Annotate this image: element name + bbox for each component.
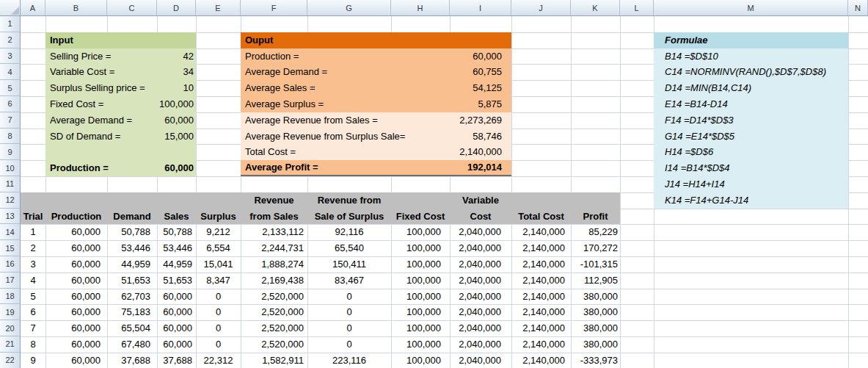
column-header-M[interactable]: M xyxy=(654,0,848,16)
output-label[interactable]: Average Revenue from Sales = xyxy=(241,112,378,129)
table-cell[interactable]: 1,888,274 xyxy=(241,256,307,273)
input-label[interactable]: Fixed Cost = xyxy=(45,96,103,112)
table-cell[interactable]: 2,140,000 xyxy=(511,320,571,336)
table-cell[interactable]: 2,520,000 xyxy=(241,289,307,305)
table-cell[interactable]: 2,040,000 xyxy=(450,336,511,353)
table-cell[interactable]: 380,000 xyxy=(571,304,620,320)
table-cell[interactable]: 62,703 xyxy=(107,289,157,305)
table-cell[interactable]: 2,040,000 xyxy=(450,353,511,368)
table-cell[interactable]: 4 xyxy=(21,273,45,289)
column-header-B[interactable]: B xyxy=(45,0,107,16)
table-header-cell[interactable]: Profit xyxy=(571,209,620,225)
table-cell[interactable]: 2,040,000 xyxy=(450,224,511,240)
table-cell[interactable]: 37,688 xyxy=(157,353,196,368)
input-value[interactable]: 60,000 xyxy=(164,112,196,129)
row-header-10[interactable]: 10 xyxy=(0,160,21,176)
row-header-4[interactable]: 4 xyxy=(0,64,21,80)
table-cell[interactable]: 53,446 xyxy=(107,240,157,256)
table-cell[interactable]: 150,411 xyxy=(307,256,391,273)
output-label[interactable]: Average Demand = xyxy=(241,64,327,80)
table-cell[interactable]: 223,116 xyxy=(307,353,391,368)
input-value[interactable]: 34 xyxy=(183,64,196,80)
table-cell[interactable]: 60,000 xyxy=(45,336,107,353)
table-cell[interactable]: 7 xyxy=(21,320,45,336)
input-value[interactable]: 60,000 xyxy=(164,160,196,176)
table-cell[interactable]: 2,520,000 xyxy=(241,336,307,353)
table-cell[interactable]: 75,183 xyxy=(107,304,157,320)
table-cell[interactable]: 1 xyxy=(21,224,45,240)
formula-line[interactable]: J14 =H14+I14 xyxy=(654,176,848,192)
table-cell[interactable]: -101,315 xyxy=(571,256,620,273)
table-cell[interactable]: 51,653 xyxy=(157,273,196,289)
table-cell[interactable]: 2,040,000 xyxy=(450,256,511,273)
table-cell[interactable]: 170,272 xyxy=(571,240,620,256)
table-cell[interactable]: 2,140,000 xyxy=(511,304,571,320)
table-cell[interactable]: 67,480 xyxy=(107,336,157,353)
output-label[interactable]: Average Revenue from Surplus Sale= xyxy=(241,129,405,145)
output-value[interactable]: 5,875 xyxy=(478,96,511,112)
column-header-L[interactable]: L xyxy=(620,0,654,16)
column-header-N[interactable]: N xyxy=(848,0,868,16)
table-cell[interactable]: 380,000 xyxy=(571,320,620,336)
input-label[interactable]: Surplus Selling price = xyxy=(45,80,145,96)
formula-line[interactable]: H14 =$D$6 xyxy=(654,144,848,160)
table-header-cell[interactable]: Variable xyxy=(450,192,511,209)
table-cell[interactable]: 2,040,000 xyxy=(450,304,511,320)
output-value[interactable]: 2,273,269 xyxy=(459,112,511,129)
table-cell[interactable]: 60,000 xyxy=(45,304,107,320)
table-cell[interactable]: 2 xyxy=(21,240,45,256)
output-title-cell[interactable]: Ouput xyxy=(241,32,511,48)
formulae-title[interactable]: Formulae xyxy=(654,32,848,48)
table-cell[interactable]: 2,169,438 xyxy=(241,273,307,289)
table-cell[interactable]: 37,688 xyxy=(107,353,157,368)
output-value[interactable]: 58,746 xyxy=(473,129,511,145)
column-header-G[interactable]: G xyxy=(307,0,391,16)
output-label[interactable]: Average Sales = xyxy=(241,80,316,96)
output-value[interactable]: 2,140,000 xyxy=(459,144,511,160)
table-cell[interactable]: 2,520,000 xyxy=(241,304,307,320)
output-label[interactable]: Average Surplus = xyxy=(241,96,324,112)
table-cell[interactable]: 60,000 xyxy=(45,353,107,368)
table-cell[interactable]: 100,000 xyxy=(391,240,450,256)
select-all-corner[interactable] xyxy=(0,0,21,16)
input-label[interactable]: Production = xyxy=(45,160,109,176)
table-cell[interactable]: 9 xyxy=(21,353,45,368)
table-cell[interactable]: 6 xyxy=(21,304,45,320)
column-header-A[interactable]: A xyxy=(21,0,45,16)
column-header-J[interactable]: J xyxy=(511,0,571,16)
input-value[interactable]: 42 xyxy=(183,48,196,65)
row-header-1[interactable]: 1 xyxy=(0,16,21,32)
table-cell[interactable]: 2,040,000 xyxy=(450,240,511,256)
formula-line[interactable]: G14 =E14*$D$5 xyxy=(654,129,848,145)
table-cell[interactable]: 112,905 xyxy=(571,273,620,289)
column-header-F[interactable]: F xyxy=(241,0,307,16)
table-header-cell[interactable]: Trial xyxy=(21,209,45,225)
table-cell[interactable]: 100,000 xyxy=(391,256,450,273)
table-cell[interactable]: 2,040,000 xyxy=(450,320,511,336)
table-cell[interactable]: 60,000 xyxy=(45,240,107,256)
table-cell[interactable]: 100,000 xyxy=(391,320,450,336)
table-header-cell[interactable]: Revenue xyxy=(241,192,307,209)
input-label[interactable]: Variable Cost = xyxy=(45,64,114,80)
table-cell[interactable]: 100,000 xyxy=(391,353,450,368)
table-cell[interactable]: 100,000 xyxy=(391,336,450,353)
table-cell[interactable]: 2,520,000 xyxy=(241,320,307,336)
row-header-6[interactable]: 6 xyxy=(0,96,21,112)
table-cell[interactable]: 5 xyxy=(21,289,45,305)
formula-line[interactable]: C14 =NORMINV(RAND(),$D$7,$D$8) xyxy=(654,64,848,80)
table-cell[interactable]: 100,000 xyxy=(391,289,450,305)
row-header-12[interactable]: 12 xyxy=(0,192,21,209)
row-header-11[interactable]: 11 xyxy=(0,176,21,192)
input-label[interactable]: Selling Price = xyxy=(45,48,111,65)
table-cell[interactable]: 51,653 xyxy=(107,273,157,289)
output-value[interactable]: 60,000 xyxy=(473,48,511,65)
table-cell[interactable]: 22,312 xyxy=(196,353,241,368)
table-cell[interactable]: 60,000 xyxy=(45,273,107,289)
table-cell[interactable]: 60,000 xyxy=(45,256,107,273)
table-cell[interactable]: 60,000 xyxy=(157,289,196,305)
output-value[interactable]: 54,125 xyxy=(473,80,511,96)
table-cell[interactable]: 65,504 xyxy=(107,320,157,336)
table-cell[interactable]: 15,041 xyxy=(196,256,241,273)
table-header-cell[interactable]: Surplus xyxy=(196,209,241,225)
table-cell[interactable]: 60,000 xyxy=(45,289,107,305)
